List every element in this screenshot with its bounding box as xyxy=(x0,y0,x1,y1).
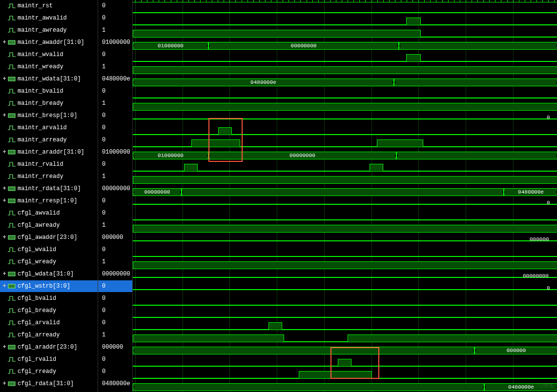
waveform-row[interactable]: 000000 xyxy=(133,344,557,356)
signal-row-maintr_arready[interactable]: maintr_arready xyxy=(0,134,98,146)
signal-row-cfgl_bvalid[interactable]: cfgl_bvalid xyxy=(0,293,98,305)
waveform-row[interactable] xyxy=(133,2,557,15)
signal-value-column[interactable]: 00101000000010480000e0100001000000010000… xyxy=(98,0,133,392)
waveform-row[interactable] xyxy=(133,100,557,112)
expand-icon[interactable]: + xyxy=(2,149,7,156)
signal-value[interactable]: 0480000e xyxy=(98,378,132,390)
signal-row-maintr_awvalid[interactable]: maintr_awvalid xyxy=(0,12,98,24)
waveform-row[interactable] xyxy=(133,222,557,234)
signal-row-cfgl_araddr230[interactable]: +cfgl_araddr[23:0] xyxy=(0,341,98,353)
signal-value[interactable]: 0 xyxy=(98,49,132,61)
waveform-row[interactable] xyxy=(133,210,557,222)
waveform-row[interactable] xyxy=(133,124,557,137)
signal-row-cfgl_rready[interactable]: cfgl_rready xyxy=(0,366,98,378)
signal-row-maintr_rvalid[interactable]: maintr_rvalid xyxy=(0,158,98,171)
signal-value[interactable]: 000000 xyxy=(98,232,132,244)
signal-value[interactable]: 1 xyxy=(98,171,132,183)
signal-row-maintr_rst[interactable]: maintr_rst xyxy=(0,0,98,12)
signal-value[interactable]: 1 xyxy=(98,219,132,232)
signal-name-column[interactable]: maintr_rstmaintr_awvalidmaintr_awready+m… xyxy=(0,0,98,392)
signal-value[interactable]: 00000000 xyxy=(98,183,132,195)
signal-value[interactable]: 01000000 xyxy=(98,146,132,158)
expand-icon[interactable]: + xyxy=(2,283,7,290)
expand-icon[interactable]: + xyxy=(2,39,7,46)
signal-row-maintr_bready[interactable]: maintr_bready xyxy=(0,98,98,110)
expand-icon[interactable]: + xyxy=(2,271,7,277)
signal-row-maintr_awready[interactable]: maintr_awready xyxy=(0,24,98,37)
signal-value[interactable]: 1 xyxy=(98,98,132,110)
signal-value[interactable]: 1 xyxy=(98,61,132,73)
signal-value[interactable]: 0 xyxy=(98,280,132,293)
signal-value[interactable]: 0 xyxy=(98,244,132,256)
signal-row-cfgl_arready[interactable]: cfgl_arready xyxy=(0,329,98,341)
signal-row-maintr_rready[interactable]: maintr_rready xyxy=(0,171,98,183)
signal-value[interactable]: 0 xyxy=(98,110,132,122)
signal-row-cfgl_wready[interactable]: cfgl_wready xyxy=(0,256,98,268)
waveform-row[interactable] xyxy=(133,368,557,380)
signal-value[interactable]: 1 xyxy=(98,256,132,268)
signal-row-maintr_rdata310[interactable]: +maintr_rdata[31:0] xyxy=(0,183,98,195)
waveform-row[interactable]: 0 xyxy=(133,283,557,295)
signal-value[interactable]: 0 xyxy=(98,207,132,219)
signal-row-cfgl_awready[interactable]: cfgl_awready xyxy=(0,219,98,232)
expand-icon[interactable]: + xyxy=(2,76,7,82)
waveform-row[interactable] xyxy=(133,332,557,344)
waveform-row[interactable]: 000000000480000e xyxy=(133,185,557,197)
expand-icon[interactable]: + xyxy=(2,380,7,387)
waveform-row[interactable] xyxy=(133,63,557,76)
waveform-row[interactable] xyxy=(133,88,557,100)
signal-row-cfgl_wdata310[interactable]: +cfgl_wdata[31:0] xyxy=(0,268,98,280)
waveform-row[interactable]: 0480000e xyxy=(133,76,557,88)
signal-value[interactable]: 0 xyxy=(98,293,132,305)
signal-value[interactable]: 0 xyxy=(98,317,132,329)
expand-icon[interactable]: + xyxy=(2,197,7,204)
waveform-row[interactable]: 0100000000000000 xyxy=(133,149,557,161)
signal-row-maintr_bvalid[interactable]: maintr_bvalid xyxy=(0,85,98,98)
waveform-row[interactable]: 0 xyxy=(133,112,557,124)
waveform-row[interactable]: 000000 xyxy=(133,234,557,246)
signal-row-cfgl_arvalid[interactable]: cfgl_arvalid xyxy=(0,317,98,329)
signal-row-maintr_bresp10[interactable]: +maintr_bresp[1:0] xyxy=(0,110,98,122)
signal-value[interactable]: 1 xyxy=(98,24,132,37)
signal-value[interactable]: 0 xyxy=(98,195,132,207)
signal-value[interactable]: 0 xyxy=(98,134,132,146)
waveform-row[interactable] xyxy=(133,51,557,63)
waveform-row[interactable] xyxy=(133,161,557,173)
signal-value[interactable]: 1 xyxy=(98,329,132,341)
signal-value[interactable]: 00000000 xyxy=(98,268,132,280)
signal-row-maintr_awaddr310[interactable]: +maintr_awaddr[31:0] xyxy=(0,37,98,49)
waveform-row[interactable] xyxy=(133,295,557,307)
signal-row-cfgl_rdata310[interactable]: +cfgl_rdata[31:0] xyxy=(0,378,98,390)
signal-row-cfgl_bready[interactable]: cfgl_bready xyxy=(0,305,98,317)
waveform-row[interactable]: 0 xyxy=(133,197,557,210)
signal-value[interactable]: 0 xyxy=(98,366,132,378)
waveform-row[interactable] xyxy=(133,356,557,368)
signal-row-cfgl_awaddr230[interactable]: +cfgl_awaddr[23:0] xyxy=(0,232,98,244)
expand-icon[interactable]: + xyxy=(2,185,7,192)
signal-row-maintr_arvalid[interactable]: maintr_arvalid xyxy=(0,122,98,134)
waveform-row[interactable] xyxy=(133,307,557,319)
expand-icon[interactable]: + xyxy=(2,344,7,351)
expand-icon[interactable]: + xyxy=(2,112,7,119)
signal-value[interactable]: 0 xyxy=(98,0,132,12)
signal-value[interactable]: 0 xyxy=(98,305,132,317)
signal-row-maintr_wvalid[interactable]: maintr_wvalid xyxy=(0,49,98,61)
waveform-row[interactable] xyxy=(133,258,557,271)
signal-value[interactable]: 0 xyxy=(98,158,132,171)
signal-row-cfgl_awvalid[interactable]: cfgl_awvalid xyxy=(0,207,98,219)
signal-row-cfgl_wvalid[interactable]: cfgl_wvalid xyxy=(0,244,98,256)
signal-row-maintr_rresp10[interactable]: +maintr_rresp[1:0] xyxy=(0,195,98,207)
waveform-row[interactable] xyxy=(133,15,557,27)
waveform-row[interactable]: 0480000e xyxy=(133,380,557,392)
signal-value[interactable]: 0 xyxy=(98,85,132,98)
waveform-row[interactable] xyxy=(133,319,557,332)
waveform-row[interactable] xyxy=(133,173,557,185)
signal-value[interactable]: 0 xyxy=(98,122,132,134)
waveform-row[interactable] xyxy=(133,27,557,39)
expand-icon[interactable]: + xyxy=(2,234,7,241)
signal-value[interactable]: 0480000e xyxy=(98,73,132,85)
signal-value[interactable]: 0 xyxy=(98,353,132,366)
waveform-row[interactable]: 0100000000000000 xyxy=(133,39,557,51)
signal-row-maintr_wready[interactable]: maintr_wready xyxy=(0,61,98,73)
signal-row-maintr_araddr310[interactable]: +maintr_araddr[31:0] xyxy=(0,146,98,158)
